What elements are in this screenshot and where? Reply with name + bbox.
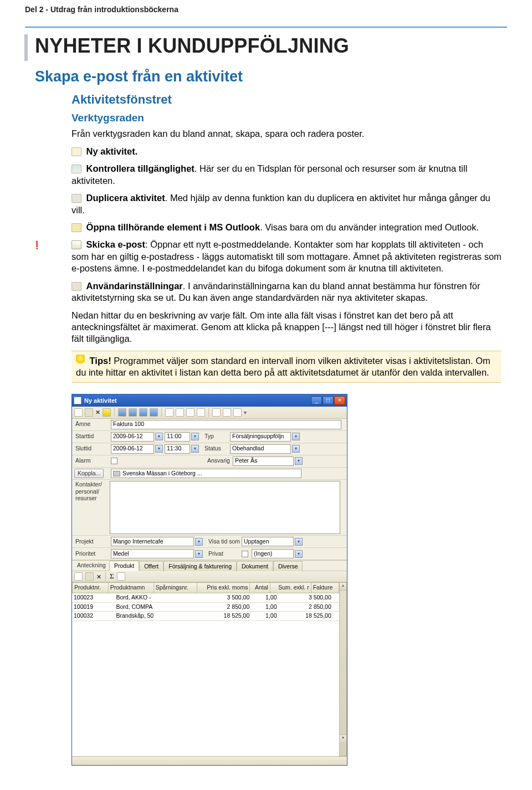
label-typ: Typ xyxy=(199,433,230,440)
input-status[interactable]: Obehandlad xyxy=(230,444,291,454)
dd-ansvarig[interactable]: ▾ xyxy=(295,457,303,465)
tb-new-icon[interactable] xyxy=(74,408,83,417)
tab-offert[interactable]: Offert xyxy=(139,561,163,572)
input-privat[interactable]: (Ingen) xyxy=(252,549,294,558)
input-projekt[interactable]: Mango Internetcafe xyxy=(111,537,194,546)
list-kontakter[interactable] xyxy=(110,481,340,534)
dd-status[interactable]: ▾ xyxy=(292,445,300,453)
label-status: Status xyxy=(199,445,230,453)
input-starttime[interactable]: 11:00 xyxy=(165,432,190,442)
close-button[interactable]: × xyxy=(334,396,345,405)
checkbox-alarm[interactable] xyxy=(111,458,117,464)
tips-box: Tips! Programmet väljer som standard en … xyxy=(71,351,502,383)
label-visa: Visa tid som xyxy=(203,538,242,546)
minimize-button[interactable]: _ xyxy=(311,396,322,405)
input-slutdate[interactable]: 2009-06-12 xyxy=(111,444,154,454)
heading-3: Aktivitetsfönstret xyxy=(71,92,502,108)
heading-4: Verktygsraden xyxy=(71,111,502,125)
input-amne[interactable]: Faktura 100 xyxy=(111,420,341,429)
input-startdate[interactable]: 2009-06-12 xyxy=(111,432,154,442)
ptb-delete-icon[interactable]: ✕ xyxy=(96,573,101,581)
tab-bar: Anteckning Produkt Offert Försäljning & … xyxy=(72,560,347,571)
tb-prev-icon[interactable] xyxy=(129,408,137,417)
tab-forsaljning[interactable]: Försäljning & fakturering xyxy=(163,561,237,572)
ptb-sum-icon[interactable]: Σ xyxy=(110,572,114,581)
window-icon xyxy=(74,397,81,404)
input-kopplad[interactable]: Svenska Mässan i Göteborg ... xyxy=(111,469,301,478)
dd-starttime[interactable]: ▾ xyxy=(191,433,199,440)
scroll-down-icon[interactable]: ▾ xyxy=(340,735,346,742)
button-koppla[interactable]: Koppla... xyxy=(74,469,104,479)
dd-privat[interactable]: ▾ xyxy=(295,550,303,558)
statusbar xyxy=(72,756,347,765)
side-rule xyxy=(24,34,28,61)
tab-produkt[interactable]: Produkt xyxy=(109,561,139,572)
label-alarm: Alarm xyxy=(72,455,110,466)
table-row[interactable]: 100023Bord, AKKO -3 500,001,003 500,00 xyxy=(72,593,339,602)
tb-settings-icon[interactable] xyxy=(212,408,221,417)
label-privat: Privat xyxy=(203,550,242,558)
dd-typ[interactable]: ▾ xyxy=(292,433,300,440)
checkbox-privat[interactable] xyxy=(242,551,248,557)
tool-item-duplicera: Duplicera aktivitet. Med hjälp av denna … xyxy=(71,192,502,216)
page-header: Del 2 - Utdrag från introduktionsböckern… xyxy=(25,0,507,27)
tab-diverse[interactable]: Diverse xyxy=(273,561,303,572)
product-toolbar: ✕ Σ xyxy=(72,571,347,582)
user-settings-icon xyxy=(71,282,81,291)
vertical-scrollbar[interactable]: ▴ ▾ xyxy=(339,582,347,756)
tb-mail-icon[interactable] xyxy=(197,408,205,417)
tool-item-settings: Användarinställningar. I användarinställ… xyxy=(71,280,502,304)
send-email-icon xyxy=(71,240,81,249)
tb-delete-icon[interactable]: ✕ xyxy=(95,408,100,416)
label-starttid: Starttid xyxy=(72,431,110,442)
titlebar[interactable]: Ny aktivitet _ □ × xyxy=(72,394,347,407)
tb-help-icon[interactable] xyxy=(233,408,242,417)
input-ansvarig[interactable]: Peter Ås xyxy=(233,456,294,466)
dd-startdate[interactable]: ▾ xyxy=(155,433,163,440)
check-availability-icon xyxy=(71,165,81,173)
tab-dokument[interactable]: Dokument xyxy=(237,561,273,572)
table-row[interactable]: 100019Bord, COMPA2 850,001,002 850,00 xyxy=(72,602,339,612)
tb-first-icon[interactable] xyxy=(118,408,126,417)
input-typ[interactable]: Försäljningsuppföljn xyxy=(230,432,291,442)
tb-last-icon[interactable] xyxy=(150,408,158,417)
tb-avail-icon[interactable] xyxy=(165,408,173,417)
new-icon xyxy=(71,147,81,156)
flag-icon xyxy=(113,471,120,476)
input-visa[interactable]: Upptagen xyxy=(242,537,294,546)
tool-item-ny: Ny aktivitet. xyxy=(71,146,502,157)
label-sluttid: Sluttid xyxy=(72,443,110,454)
tb-next-icon[interactable] xyxy=(139,408,147,417)
tool-item-kontrollera: Kontrollera tillgänglighet. Här ser du e… xyxy=(71,163,502,187)
new-feature-marker: ❗ xyxy=(32,240,42,250)
dd-slutdate[interactable]: ▾ xyxy=(155,445,163,453)
tb-undo-icon[interactable] xyxy=(103,408,111,417)
intro-paragraph: Från verktygsraden kan du bland annat, s… xyxy=(71,128,502,140)
duplicate-icon xyxy=(71,194,81,203)
tb-dup-icon[interactable] xyxy=(176,408,184,417)
maximize-button[interactable]: □ xyxy=(323,396,334,405)
tb-print-icon[interactable] xyxy=(223,408,231,417)
dd-visa[interactable]: ▾ xyxy=(295,538,303,546)
paragraph-fields: Nedan hittar du en beskrivning av varje … xyxy=(71,310,502,345)
bulb-icon xyxy=(76,355,85,366)
input-prioritet[interactable]: Medel xyxy=(111,549,194,558)
dd-prioritet[interactable]: ▾ xyxy=(195,550,203,558)
input-sluttime[interactable]: 11:30 xyxy=(165,444,190,454)
label-kontakter: Kontakter/ personal/ resurser xyxy=(72,480,110,536)
outlook-icon xyxy=(71,223,81,232)
window-title: Ny aktivitet xyxy=(84,397,311,404)
ptb-edit-icon[interactable] xyxy=(85,572,94,581)
dd-sluttime[interactable]: ▾ xyxy=(191,445,199,453)
heading-1: NYHETER I KUNDUPPFÖLJNING xyxy=(35,33,507,59)
dd-projekt[interactable]: ▾ xyxy=(195,538,203,546)
tb-outlook-icon[interactable] xyxy=(186,408,195,417)
ptb-new-icon[interactable] xyxy=(74,572,83,581)
activity-window: Ny aktivitet _ □ × ✕ xyxy=(71,394,347,766)
scroll-up-icon[interactable]: ▴ xyxy=(340,583,346,591)
divider xyxy=(25,27,507,28)
tb-save-icon[interactable] xyxy=(85,408,93,417)
table-row[interactable]: 100032Brandskåp, 5018 525,001,0018 525,0… xyxy=(72,612,339,621)
ptb-extra-icon[interactable] xyxy=(117,572,125,581)
label-amne: Ämne xyxy=(72,419,110,430)
